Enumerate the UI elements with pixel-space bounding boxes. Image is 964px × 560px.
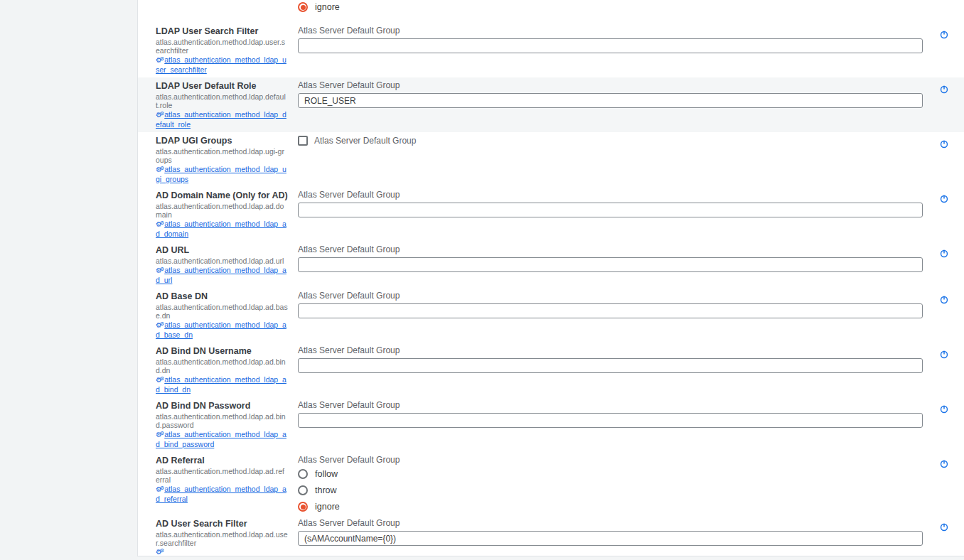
group-label: Atlas Server Default Group xyxy=(298,291,400,301)
row-control xyxy=(298,203,923,217)
config-value-input[interactable] xyxy=(298,93,923,108)
radio-option-label: ignore xyxy=(315,502,340,512)
api-name-link[interactable]: ⚙⚙atlas_authentication_method_ldap_ad_re… xyxy=(156,485,288,503)
checkbox-unchecked-icon[interactable] xyxy=(298,136,308,146)
row-control: followthrowignore xyxy=(298,469,923,512)
property-name: atlas.authentication.method.ldap.ad.base… xyxy=(156,303,288,320)
config-row: AD Bind DN Username atlas.authentication… xyxy=(138,343,964,397)
gears-icon: ⚙⚙ xyxy=(156,431,163,438)
gears-icon: ⚙⚙ xyxy=(156,376,163,384)
reset-to-default-icon[interactable] xyxy=(940,404,948,412)
config-value-input[interactable] xyxy=(298,358,923,373)
radio-option[interactable]: follow xyxy=(298,469,923,479)
partial-row-label-spacer xyxy=(156,2,298,12)
config-value-input[interactable] xyxy=(298,303,923,318)
gears-icon: ⚙⚙ xyxy=(156,111,163,119)
api-name-link[interactable]: ⚙⚙atlas_authentication_method_ldap_defau… xyxy=(156,110,288,129)
radio-icon[interactable] xyxy=(298,469,308,479)
config-value-input[interactable] xyxy=(298,531,923,546)
config-row: AD Referral atlas.authentication.method.… xyxy=(138,452,964,515)
api-name-link[interactable]: ⚙⚙atlas_authentication_method_ldap_ad_ur… xyxy=(156,266,288,284)
api-name-link[interactable]: ⚙⚙atlas_authentication_method_ldap_ugi_g… xyxy=(156,165,288,183)
reset-to-default-icon[interactable] xyxy=(940,294,948,303)
reset-to-default-icon[interactable] xyxy=(940,349,948,357)
group-line: Atlas Server Default Group xyxy=(298,81,923,90)
reset-to-default-icon[interactable] xyxy=(940,84,948,92)
api-name-link[interactable]: ⚙⚙atlas_authentication_method_ldap_ad_us… xyxy=(156,548,288,556)
radio-option-label: ignore xyxy=(315,2,340,12)
property-name: atlas.authentication.method.ldap.ad.refe… xyxy=(156,467,288,484)
property-name: atlas.authentication.method.ldap.ad.bind… xyxy=(156,412,288,429)
row-control xyxy=(298,38,923,53)
group-line: Atlas Server Default Group xyxy=(298,245,923,254)
api-name-link-label: atlas_authentication_method_ldap_ad_bind… xyxy=(156,430,286,448)
group-line: Atlas Server Default Group xyxy=(298,346,923,355)
config-value-input[interactable] xyxy=(298,203,923,217)
configuration-list-card: ignore LDAP User Search Filter atlas.aut… xyxy=(137,0,964,556)
config-rows: LDAP User Search Filter atlas.authentica… xyxy=(138,23,964,556)
reset-to-default-icon[interactable] xyxy=(940,248,948,257)
gears-icon: ⚙⚙ xyxy=(156,56,163,64)
gears-icon: ⚙⚙ xyxy=(156,220,163,228)
group-label: Atlas Server Default Group xyxy=(298,26,400,36)
radio-option[interactable]: throw xyxy=(298,485,923,495)
row-control xyxy=(298,531,923,546)
setting-title: AD URL xyxy=(156,245,288,255)
reset-to-default-icon[interactable] xyxy=(940,139,948,147)
group-line[interactable]: Atlas Server Default Group xyxy=(298,136,923,146)
config-row: LDAP User Search Filter atlas.authentica… xyxy=(138,23,964,77)
group-line: Atlas Server Default Group xyxy=(298,190,923,200)
setting-title: AD Referral xyxy=(156,456,288,465)
group-label: Atlas Server Default Group xyxy=(298,519,400,528)
reset-to-default-icon[interactable] xyxy=(940,193,948,202)
api-name-link[interactable]: ⚙⚙atlas_authentication_method_ldap_ad_bi… xyxy=(156,375,288,394)
radio-option-label: throw xyxy=(315,485,337,495)
config-row: LDAP User Default Role atlas.authenticat… xyxy=(138,77,964,132)
property-name: atlas.authentication.method.ldap.ad.doma… xyxy=(156,202,288,219)
setting-title: LDAP User Search Filter xyxy=(156,26,288,36)
left-panel xyxy=(0,0,137,560)
setting-title: LDAP UGI Groups xyxy=(156,136,288,146)
group-label: Atlas Server Default Group xyxy=(298,245,400,254)
property-name: atlas.authentication.method.ldap.ad.bind… xyxy=(156,357,288,375)
gears-icon: ⚙⚙ xyxy=(156,485,163,493)
api-name-link-label: atlas_authentication_method_ldap_user_se… xyxy=(156,55,286,74)
config-row: LDAP UGI Groups atlas.authentication.met… xyxy=(138,132,964,187)
group-label: Atlas Server Default Group xyxy=(298,81,400,90)
config-row: AD Base DN atlas.authentication.method.l… xyxy=(138,288,964,343)
radio-icon[interactable] xyxy=(298,485,308,495)
radio-option[interactable]: ignore xyxy=(298,502,923,512)
setting-title: AD User Search Filter xyxy=(156,519,288,529)
row-control xyxy=(298,358,923,373)
partial-config-row: ignore xyxy=(138,0,964,12)
config-value-input[interactable] xyxy=(298,257,923,272)
radio-selected-icon[interactable] xyxy=(298,502,308,512)
config-row: AD Domain Name (Only for AD) atlas.authe… xyxy=(138,187,964,242)
gears-icon: ⚙⚙ xyxy=(156,321,163,329)
reset-to-default-icon[interactable] xyxy=(940,522,948,530)
api-name-link[interactable]: ⚙⚙atlas_authentication_method_ldap_ad_bi… xyxy=(156,430,288,448)
group-label: Atlas Server Default Group xyxy=(298,456,400,465)
radio-selected-icon[interactable] xyxy=(298,2,308,12)
group-line: Atlas Server Default Group xyxy=(298,26,923,36)
reset-to-default-icon[interactable] xyxy=(940,29,948,38)
api-name-link-label: atlas_authentication_method_ldap_ad_doma… xyxy=(156,220,286,238)
api-name-link[interactable]: ⚙⚙atlas_authentication_method_ldap_user_… xyxy=(156,55,288,74)
config-row: AD User Search Filter atlas.authenticati… xyxy=(138,515,964,556)
property-name: atlas.authentication.method.ldap.ad.user… xyxy=(156,530,288,547)
gears-icon: ⚙⚙ xyxy=(156,266,163,274)
api-name-link[interactable]: ⚙⚙atlas_authentication_method_ldap_ad_do… xyxy=(156,220,288,238)
property-name: atlas.authentication.method.ldap.user.se… xyxy=(156,38,288,55)
config-value-input[interactable] xyxy=(298,413,923,428)
setting-title: AD Bind DN Password xyxy=(156,401,288,411)
setting-title: AD Bind DN Username xyxy=(156,346,288,356)
row-control xyxy=(298,93,923,108)
property-name: atlas.authentication.method.ldap.ugi-gro… xyxy=(156,147,288,164)
api-name-link[interactable]: ⚙⚙atlas_authentication_method_ldap_ad_ba… xyxy=(156,321,288,339)
group-line: Atlas Server Default Group xyxy=(298,291,923,301)
reset-to-default-icon[interactable] xyxy=(940,458,948,467)
radio-option[interactable]: ignore xyxy=(298,2,919,12)
group-line: Atlas Server Default Group xyxy=(298,519,923,528)
config-value-input[interactable] xyxy=(298,38,923,53)
gears-icon: ⚙⚙ xyxy=(156,166,163,173)
